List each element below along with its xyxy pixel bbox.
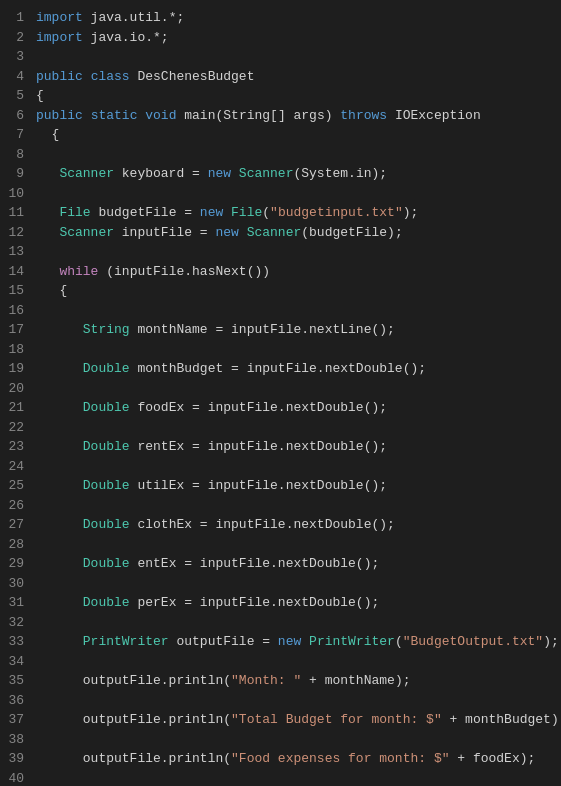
token-type: Double bbox=[83, 361, 130, 376]
token-kw: new bbox=[208, 166, 231, 181]
code-content: import java.util.*;import java.io.*; pub… bbox=[36, 8, 561, 786]
token-type: Double bbox=[83, 517, 130, 532]
line-number: 8 bbox=[0, 145, 24, 165]
token-plain: + monthBudget); bbox=[442, 712, 561, 727]
token-plain: + foodEx); bbox=[449, 751, 535, 766]
token-plain: outputFile.println( bbox=[36, 673, 231, 688]
token-plain: rentEx = inputFile.nextDouble(); bbox=[130, 439, 387, 454]
line-number: 39 bbox=[0, 749, 24, 769]
token-plain: monthName = inputFile.nextLine(); bbox=[130, 322, 395, 337]
code-line: Double foodEx = inputFile.nextDouble(); bbox=[36, 398, 561, 418]
token-type: Double bbox=[83, 478, 130, 493]
line-number: 29 bbox=[0, 554, 24, 574]
code-line: outputFile.println("Month: " + monthName… bbox=[36, 671, 561, 691]
line-number: 28 bbox=[0, 535, 24, 555]
line-number: 22 bbox=[0, 418, 24, 438]
code-line bbox=[36, 242, 561, 262]
token-plain: foodEx = inputFile.nextDouble(); bbox=[130, 400, 387, 415]
token-kw: new bbox=[200, 205, 223, 220]
code-line: public static void main(String[] args) t… bbox=[36, 106, 561, 126]
code-line bbox=[36, 301, 561, 321]
token-string: "Food expenses for month: $" bbox=[231, 751, 449, 766]
token-plain: perEx = inputFile.nextDouble(); bbox=[130, 595, 380, 610]
code-line: import java.util.*; bbox=[36, 8, 561, 28]
line-number: 27 bbox=[0, 515, 24, 535]
token-plain bbox=[36, 361, 83, 376]
token-plain: ( bbox=[262, 205, 270, 220]
line-number: 3 bbox=[0, 47, 24, 67]
token-type: Scanner bbox=[59, 225, 114, 240]
code-line: Double utilEx = inputFile.nextDouble(); bbox=[36, 476, 561, 496]
token-type: PrintWriter bbox=[83, 634, 169, 649]
code-line bbox=[36, 457, 561, 477]
token-plain: { bbox=[36, 283, 67, 298]
token-plain bbox=[36, 264, 59, 279]
token-plain: ); bbox=[543, 634, 559, 649]
line-number: 33 bbox=[0, 632, 24, 652]
token-plain bbox=[239, 225, 247, 240]
token-plain: (inputFile.hasNext()) bbox=[98, 264, 270, 279]
code-line: PrintWriter outputFile = new PrintWriter… bbox=[36, 632, 561, 652]
token-type: String bbox=[83, 322, 130, 337]
token-plain: outputFile = bbox=[169, 634, 278, 649]
line-number: 40 bbox=[0, 769, 24, 787]
token-plain: { bbox=[36, 127, 59, 142]
line-number: 30 bbox=[0, 574, 24, 594]
token-plain: outputFile.println( bbox=[36, 712, 231, 727]
token-kw: new bbox=[215, 225, 238, 240]
line-number: 1 bbox=[0, 8, 24, 28]
code-line bbox=[36, 613, 561, 633]
token-plain: monthBudget = inputFile.nextDouble(); bbox=[130, 361, 426, 376]
token-plain bbox=[36, 634, 83, 649]
token-plain: ( bbox=[395, 634, 403, 649]
code-line: Double perEx = inputFile.nextDouble(); bbox=[36, 593, 561, 613]
line-number: 20 bbox=[0, 379, 24, 399]
code-line bbox=[36, 340, 561, 360]
code-editor: 1234567891011121314151617181920212223242… bbox=[0, 0, 561, 786]
token-type: Double bbox=[83, 556, 130, 571]
token-string: "Total Budget for month: $" bbox=[231, 712, 442, 727]
token-plain bbox=[36, 517, 83, 532]
line-number: 4 bbox=[0, 67, 24, 87]
line-number: 34 bbox=[0, 652, 24, 672]
line-number: 16 bbox=[0, 301, 24, 321]
line-number: 37 bbox=[0, 710, 24, 730]
line-number: 32 bbox=[0, 613, 24, 633]
token-plain: DesChenesBudget bbox=[130, 69, 255, 84]
token-type: Double bbox=[83, 595, 130, 610]
token-type: File bbox=[59, 205, 90, 220]
line-number: 2 bbox=[0, 28, 24, 48]
line-number: 6 bbox=[0, 106, 24, 126]
token-kw: throws bbox=[340, 108, 387, 123]
line-number: 13 bbox=[0, 242, 24, 262]
token-plain bbox=[36, 400, 83, 415]
line-number: 17 bbox=[0, 320, 24, 340]
token-plain bbox=[36, 166, 59, 181]
token-plain: keyboard = bbox=[114, 166, 208, 181]
line-number: 12 bbox=[0, 223, 24, 243]
token-plain bbox=[83, 69, 91, 84]
code-line bbox=[36, 769, 561, 787]
token-plain bbox=[83, 108, 91, 123]
line-number: 14 bbox=[0, 262, 24, 282]
line-numbers: 1234567891011121314151617181920212223242… bbox=[0, 8, 36, 786]
code-line: Double entEx = inputFile.nextDouble(); bbox=[36, 554, 561, 574]
code-line bbox=[36, 574, 561, 594]
line-number: 10 bbox=[0, 184, 24, 204]
token-plain: (System.in); bbox=[293, 166, 387, 181]
token-type: Double bbox=[83, 400, 130, 415]
token-type: Double bbox=[83, 439, 130, 454]
code-line bbox=[36, 496, 561, 516]
line-number: 5 bbox=[0, 86, 24, 106]
token-plain: java.util.*; bbox=[83, 10, 184, 25]
token-kw: new bbox=[278, 634, 301, 649]
line-number: 7 bbox=[0, 125, 24, 145]
line-number: 9 bbox=[0, 164, 24, 184]
code-line: Double monthBudget = inputFile.nextDoubl… bbox=[36, 359, 561, 379]
code-line: while (inputFile.hasNext()) bbox=[36, 262, 561, 282]
token-plain bbox=[36, 595, 83, 610]
token-plain bbox=[231, 166, 239, 181]
token-plain: ); bbox=[403, 205, 419, 220]
token-plain bbox=[301, 634, 309, 649]
token-kw: import bbox=[36, 30, 83, 45]
